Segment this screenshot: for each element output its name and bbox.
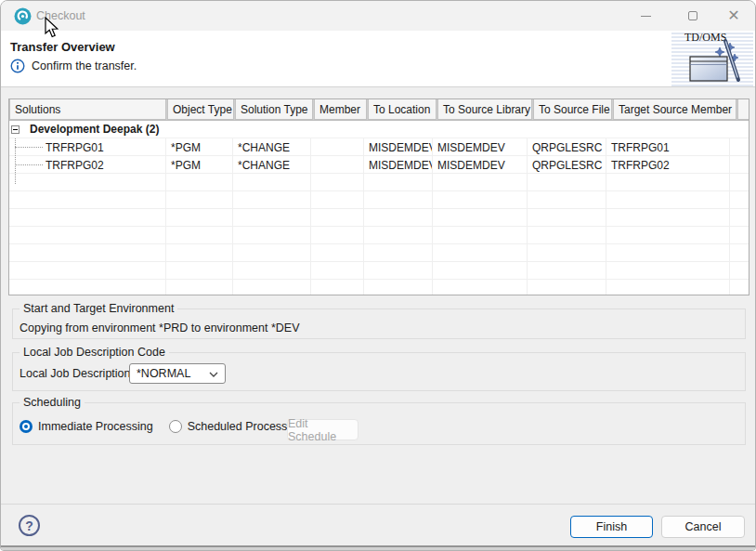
column-header-solutions[interactable]: Solutions [9,99,166,120]
window-bottom-edge [1,545,755,550]
collapse-minus-icon[interactable] [11,125,20,134]
table-empty-row [9,191,749,209]
table-cell [364,280,433,295]
help-button[interactable]: ? [19,515,40,536]
column-header-member[interactable]: Member [314,99,367,120]
table-cell: TRFRPG02 [606,156,730,173]
table-cell [528,209,606,226]
table-cell [364,262,433,279]
table-cell [311,227,364,243]
tree-group-row[interactable]: Development Deepak (2) [9,121,749,138]
table-cell [364,227,433,243]
table-cell [364,174,433,190]
table-cell [166,227,233,243]
table-row[interactable]: TRFRPG02*PGM*CHANGEMISDEMDEVMISDEMDEVQRP… [9,156,749,174]
job-description-legend: Local Job Description Code [20,346,169,360]
table-cell [311,209,364,226]
maximize-button[interactable] [672,1,713,31]
table-cell [433,209,528,226]
tdoms-logo: TD/OMS [671,29,753,86]
table-cell [9,209,166,226]
table-cell [9,191,166,208]
table-cell [528,262,606,279]
table-cell [311,174,364,190]
wizard-header: Transfer Overview Confirm the transfer. … [1,31,755,87]
table-cell [9,244,166,261]
solutions-table: SolutionsObject TypeSolution TypeMemberT… [8,98,749,295]
column-header-to-source-file[interactable]: To Source File [533,99,612,120]
table-empty-row [9,280,749,295]
close-icon: ✕ [727,8,739,23]
table-empty-row [9,262,749,280]
table-cell [166,174,233,190]
svg-text:TD/OMS: TD/OMS [684,31,726,44]
column-header-filler [737,99,749,120]
table-cell [311,156,364,173]
table-cell [233,174,311,190]
minimize-button[interactable] [625,1,666,31]
table-cell: *PGM [166,138,233,155]
table-cell: MISDEMDEV [364,138,433,155]
tree-vertical-line [15,138,16,184]
column-header-to-source-library[interactable]: To Source Library [437,99,532,120]
table-cell: QRPGLESRC [528,156,606,173]
table-cell [606,262,730,279]
table-cell [433,191,528,208]
table-cell [9,262,166,279]
scheduling-legend: Scheduling [20,396,85,410]
table-cell: MISDEMDEV [433,156,528,173]
table-cell [433,244,528,261]
table-cell: QRPGLESRC [528,138,606,155]
job-description-label: Local Job Description [20,367,131,380]
table-cell [9,280,166,295]
column-header-object-type[interactable]: Object Type [167,99,234,120]
table-cell [606,244,730,261]
table-cell [606,227,730,243]
column-header-solution-type[interactable]: Solution Type [235,99,313,120]
table-empty-row [9,209,749,227]
table-cell [233,244,311,261]
table-empty-row [9,244,749,262]
column-header-target-source-member[interactable]: Target Source Member [613,99,736,120]
table-cell [528,280,606,295]
minimize-icon [641,16,651,17]
table-cell [364,191,433,208]
tree-horizontal-line [15,164,43,165]
table-cell [606,174,730,190]
table-cell: MISDEMDEV [364,156,433,173]
job-description-value: *NORMAL [137,367,190,380]
maximize-icon [688,11,697,20]
table-cell [233,191,311,208]
table-header-row: SolutionsObject TypeSolution TypeMemberT… [9,99,749,121]
table-row[interactable]: TRFRPG01*PGM*CHANGEMISDEMDEVMISDEMDEVQRP… [9,138,749,156]
table-cell [233,262,311,279]
table-cell [606,209,730,226]
finish-button[interactable]: Finish [570,516,653,538]
immediate-processing-radio[interactable] [20,420,33,433]
table-cell [433,174,528,190]
table-cell [166,191,233,208]
table-cell [364,244,433,261]
close-button[interactable]: ✕ [713,1,754,31]
scheduled-processing-radio[interactable] [169,420,182,433]
column-header-to-location[interactable]: To Location [368,99,437,120]
table-cell [9,227,166,243]
table-cell [433,280,528,295]
table-cell [528,227,606,243]
table-cell [311,262,364,279]
edit-schedule-button[interactable]: Edit Schedule [287,419,358,440]
table-cell [311,244,364,261]
footer-separator [1,504,755,505]
table-cell [166,244,233,261]
table-cell [166,280,233,295]
table-cell: TRFRPG01 [606,138,730,155]
table-cell [233,280,311,295]
environment-text: Copying from environment *PRD to environ… [20,321,300,335]
table-cell [606,191,730,208]
group-label: Development Deepak (2) [30,123,159,136]
table-cell: MISDEMDEV [433,138,528,155]
page-title: Transfer Overview [10,40,115,54]
table-cell [433,262,528,279]
job-description-select[interactable]: *NORMAL [129,363,226,384]
cancel-button[interactable]: Cancel [661,516,745,538]
